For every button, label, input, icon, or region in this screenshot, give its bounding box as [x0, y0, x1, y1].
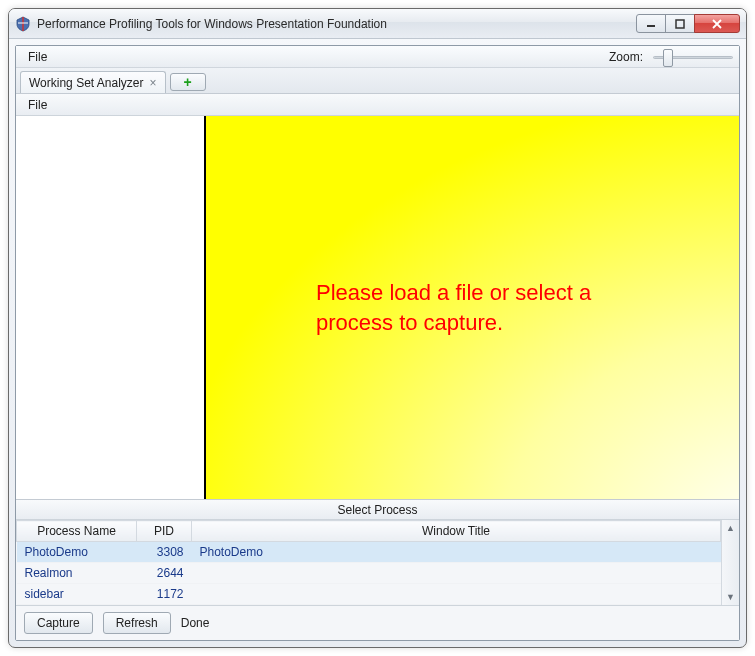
col-window-title[interactable]: Window Title	[192, 521, 721, 542]
main-area: Please load a file or select a process t…	[16, 116, 739, 499]
process-table: Process Name PID Window Title PhotoDemo3…	[16, 520, 721, 605]
table-row[interactable]: sidebar1172	[17, 584, 721, 605]
col-process-name[interactable]: Process Name	[17, 521, 137, 542]
cell-window-title: PhotoDemo	[192, 542, 721, 563]
zoom-thumb[interactable]	[663, 49, 673, 67]
tab-label: Working Set Analyzer	[29, 76, 144, 90]
svg-rect-1	[676, 20, 684, 28]
titlebar[interactable]: Performance Profiling Tools for Windows …	[9, 9, 746, 39]
close-button[interactable]	[694, 14, 740, 33]
capture-button[interactable]: Capture	[24, 612, 93, 634]
close-tab-icon[interactable]: ×	[150, 77, 157, 89]
button-row: Capture Refresh Done	[16, 606, 739, 640]
tab-working-set-analyzer[interactable]: Working Set Analyzer ×	[20, 71, 166, 93]
process-table-wrap: Process Name PID Window Title PhotoDemo3…	[16, 520, 739, 606]
col-pid[interactable]: PID	[137, 521, 192, 542]
refresh-button[interactable]: Refresh	[103, 612, 171, 634]
zoom-label: Zoom:	[609, 50, 643, 64]
scroll-up-icon[interactable]: ▲	[722, 520, 739, 536]
svg-rect-0	[647, 25, 655, 27]
menubar: File Zoom:	[16, 46, 739, 68]
table-row[interactable]: PhotoDemo3308PhotoDemo	[17, 542, 721, 563]
client-area: File Zoom: Working Set Analyzer × + File…	[15, 45, 740, 641]
table-row[interactable]: Realmon2644	[17, 563, 721, 584]
window-controls	[637, 14, 740, 33]
left-pane[interactable]	[16, 116, 206, 499]
minimize-button[interactable]	[636, 14, 666, 33]
scroll-down-icon[interactable]: ▼	[722, 589, 739, 605]
process-panel: Select Process Process Name PID Window T…	[16, 499, 739, 640]
cell-pid: 3308	[137, 542, 192, 563]
placeholder-text: Please load a file or select a process t…	[316, 278, 636, 337]
cell-pid: 2644	[137, 563, 192, 584]
window-title: Performance Profiling Tools for Windows …	[37, 17, 637, 31]
add-tab-button[interactable]: +	[170, 73, 206, 91]
right-pane: Please load a file or select a process t…	[206, 116, 739, 499]
cell-process-name: sidebar	[17, 584, 137, 605]
menu-file[interactable]: File	[22, 48, 53, 66]
maximize-button[interactable]	[665, 14, 695, 33]
process-panel-header: Select Process	[16, 500, 739, 520]
zoom-slider[interactable]	[653, 54, 733, 60]
app-icon	[15, 16, 31, 32]
tabstrip: Working Set Analyzer × +	[16, 68, 739, 94]
table-scrollbar[interactable]: ▲ ▼	[721, 520, 739, 605]
cell-window-title	[192, 563, 721, 584]
status-text: Done	[181, 616, 210, 630]
cell-window-title	[192, 584, 721, 605]
cell-process-name: Realmon	[17, 563, 137, 584]
app-window: Performance Profiling Tools for Windows …	[8, 8, 747, 648]
cell-pid: 1172	[137, 584, 192, 605]
plus-icon: +	[183, 75, 191, 89]
inner-menubar: File	[16, 94, 739, 116]
inner-menu-file[interactable]: File	[22, 96, 53, 114]
cell-process-name: PhotoDemo	[17, 542, 137, 563]
